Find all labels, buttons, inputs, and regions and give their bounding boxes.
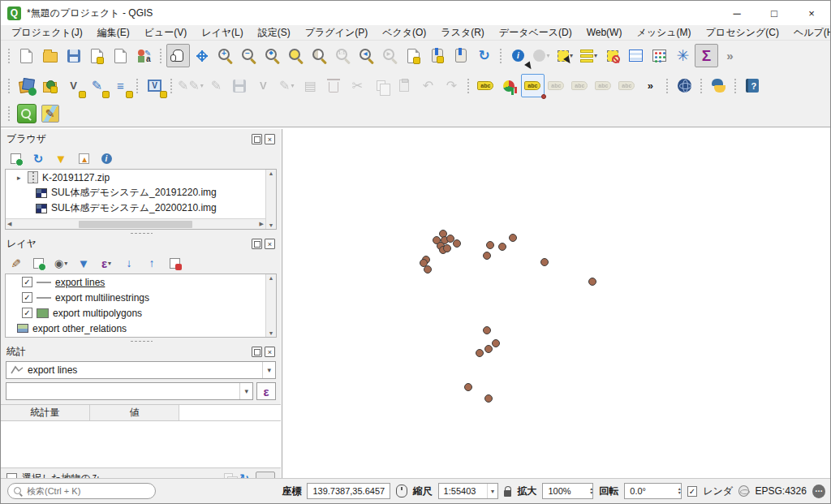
toolbar-grip[interactable] [499, 48, 503, 64]
identify-features-button[interactable]: i [506, 44, 530, 67]
menu-vector[interactable]: ベクタ(O) [375, 25, 433, 41]
menu-settings[interactable]: 設定(S) [251, 25, 298, 41]
toolbar-grip[interactable] [7, 48, 11, 64]
layers-float-button[interactable] [252, 239, 262, 249]
new-geopackage-button[interactable] [38, 74, 62, 97]
scale-combo[interactable]: 1:55403 ▾ [438, 483, 498, 499]
layer-row-multilinestrings[interactable]: ✓ export multilinestrings [6, 290, 276, 305]
menu-view[interactable]: ビュー(V) [137, 25, 195, 41]
close-button[interactable]: × [793, 1, 830, 25]
browser-item-img1[interactable]: SUL体感デモシステム_20191220.img [6, 185, 276, 200]
osm-edit-button[interactable]: ✎ [38, 102, 62, 126]
zoom-in-button[interactable]: + [213, 44, 237, 67]
menu-help[interactable]: ヘルプ(H) [786, 25, 831, 41]
extent-toggle-icon[interactable] [396, 485, 407, 498]
menu-database[interactable]: データベース(D) [492, 25, 579, 41]
new-scratch-layer-button[interactable]: ✎ [85, 74, 109, 97]
rotation-spinbox[interactable]: 0.0° ▴▾ [624, 483, 681, 499]
new-spatialite-button[interactable]: ≡ [109, 74, 132, 97]
menu-project[interactable]: プロジェクト(J) [4, 25, 90, 41]
style-manager-button[interactable]: a✎ [132, 44, 156, 67]
open-attribute-table-button[interactable] [624, 44, 648, 67]
layer-diagram-button[interactable] [497, 74, 521, 97]
select-features-button[interactable]: ▾ [553, 44, 577, 67]
toolbar-grip[interactable] [467, 78, 471, 94]
label-overflow-button[interactable]: » [639, 74, 662, 97]
pin-labels-button[interactable]: abc [521, 74, 545, 97]
browser-item-zip[interactable]: ▸ K-20191127.zip [6, 170, 276, 185]
layers-close-button[interactable]: × [265, 239, 275, 249]
layer-row-partial[interactable] [6, 336, 276, 338]
browser-refresh-button[interactable]: ↻ [28, 149, 48, 167]
toolbar-grip[interactable] [159, 48, 163, 64]
menu-web[interactable]: Web(W) [579, 26, 630, 39]
map-themes-button[interactable]: ◉▾ [51, 254, 71, 272]
layer-labeling-button[interactable]: abc [474, 74, 497, 97]
toolbar-grip[interactable] [665, 78, 670, 94]
toolbar-grip[interactable] [700, 78, 704, 94]
new-print-layout-button[interactable] [85, 44, 109, 67]
zoom-to-selection-button[interactable] [284, 44, 308, 67]
locator-search[interactable] [7, 483, 156, 499]
pan-map-button[interactable] [166, 44, 190, 67]
browser-hscrollbar[interactable]: ◀▶ [6, 218, 265, 229]
layers-vscrollbar[interactable]: ▲▼ [265, 274, 276, 337]
browser-add-layer-button[interactable] [6, 149, 25, 167]
expand-all-button[interactable]: ↓ [119, 254, 139, 272]
browser-filter-button[interactable]: ▼ [51, 149, 71, 167]
lock-scale-icon[interactable] [504, 490, 512, 497]
layer-row-lines[interactable]: ✓ export lines [6, 274, 276, 290]
select-by-value-button[interactable]: ▾ [577, 44, 601, 67]
layer-checkbox[interactable]: ✓ [22, 308, 32, 318]
refresh-map-button[interactable]: ↻ [472, 44, 496, 67]
open-project-button[interactable] [38, 44, 62, 67]
crs-value[interactable]: EPSG:4326 [755, 485, 806, 497]
layer-checkbox[interactable]: ✓ [22, 292, 32, 303]
layer-row-other-relations[interactable]: export other_relations [6, 321, 276, 336]
data-source-manager-button[interactable] [15, 74, 38, 97]
menu-layer[interactable]: レイヤ(L) [194, 25, 251, 41]
new-virtual-layer-button[interactable]: V [143, 74, 166, 97]
browser-collapse-button[interactable] [74, 149, 93, 167]
deselect-all-button[interactable] [601, 44, 624, 67]
menu-raster[interactable]: ラスタ(R) [433, 25, 492, 41]
new-project-button[interactable] [15, 44, 38, 67]
zoom-out-button[interactable]: − [237, 44, 260, 67]
map-canvas[interactable] [282, 129, 831, 480]
show-bookmarks-button[interactable] [449, 44, 472, 67]
toolbar-grip[interactable] [170, 78, 174, 94]
stats-close-button[interactable]: × [265, 347, 275, 357]
metasearch-button[interactable] [673, 74, 696, 97]
stats-col-value[interactable]: 値 [90, 405, 179, 420]
filter-legend-button[interactable]: ▼ [74, 254, 93, 272]
search-input[interactable] [27, 486, 140, 496]
expander-icon[interactable]: ▸ [17, 174, 24, 182]
zoom-last-button[interactable]: ◂ [355, 44, 378, 67]
layer-checkbox[interactable]: ✓ [22, 277, 32, 287]
maximize-button[interactable]: □ [756, 1, 793, 25]
remove-layer-button[interactable] [165, 254, 184, 272]
menu-plugins[interactable]: プラグイン(P) [298, 25, 375, 41]
messages-button[interactable]: … [812, 485, 825, 498]
browser-close-button[interactable]: × [265, 134, 275, 144]
browser-properties-button[interactable]: i [97, 149, 116, 167]
filter-expression-button[interactable]: ε▾ [97, 254, 116, 272]
menu-processing[interactable]: プロセシング(C) [699, 25, 786, 41]
menu-edit[interactable]: 編集(E) [90, 25, 137, 41]
toolbar-grip[interactable] [7, 106, 11, 122]
new-shapefile-button[interactable]: V [62, 74, 85, 97]
stats-col-statistic[interactable]: 統計量 [1, 405, 90, 420]
render-checkbox[interactable]: ✓ [687, 486, 697, 497]
processing-toolbox-button[interactable]: ✳ [671, 44, 695, 67]
toolbar-grip[interactable] [734, 78, 738, 94]
stats-layer-combo[interactable]: export lines ▾ [6, 361, 276, 379]
magnifier-spinbox[interactable]: 100% ▴▾ [542, 483, 593, 499]
layer-styling-button[interactable]: ✎ [6, 254, 25, 272]
toolbar-grip[interactable] [136, 78, 140, 94]
menu-mesh[interactable]: メッシュ(M) [629, 25, 698, 41]
coordinate-input[interactable]: 139.7387,35.6457 [307, 483, 390, 499]
zoom-full-button[interactable]: ◆ [260, 44, 284, 67]
save-project-button[interactable] [62, 44, 85, 67]
help-button[interactable]: ? [741, 74, 764, 97]
collapse-all-button[interactable]: ↑ [142, 254, 161, 272]
